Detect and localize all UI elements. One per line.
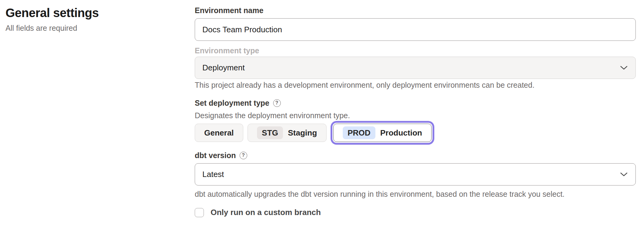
custom-branch-row: Only run on a custom branch [195,208,321,217]
dbt-version-select[interactable]: Latest [195,163,636,185]
staging-button-label: Staging [288,128,317,138]
custom-branch-label: Only run on a custom branch [211,208,321,217]
deployment-type-general-button[interactable]: General [195,124,243,142]
help-icon[interactable]: ? [273,99,281,107]
environment-name-label: Environment name [195,6,263,15]
deployment-type-label: Set deployment type [195,99,270,108]
environment-type-helper: This project already has a development e… [195,80,534,90]
production-button-label: Production [380,128,422,138]
environment-type-label: Environment type [195,46,259,55]
deployment-type-description: Designates the deployment environment ty… [195,111,350,120]
settings-header: General settings All fields are required [5,5,176,33]
production-badge: PROD [343,126,375,139]
environment-name-input[interactable] [195,18,636,41]
page-subtitle: All fields are required [5,24,176,33]
environment-type-value: Deployment [202,63,245,72]
general-button-label: General [204,128,234,138]
staging-badge: STG [257,126,283,139]
deployment-type-staging-button[interactable]: STG Staging [248,124,327,142]
dbt-version-label: dbt version [195,151,236,160]
general-settings-page: General settings All fields are required… [0,0,644,226]
deployment-type-production-button[interactable]: PROD Production [333,124,432,142]
page-title: General settings [5,5,176,20]
deployment-type-label-row: Set deployment type ? [195,99,281,108]
dbt-version-label-row: dbt version ? [195,151,247,160]
chevron-down-icon [620,66,628,70]
dbt-version-helper: dbt automatically upgrades the dbt versi… [195,189,565,199]
environment-type-select: Deployment [195,57,636,79]
deployment-type-options: General STG Staging PROD Production [195,124,434,142]
help-icon[interactable]: ? [240,152,247,159]
settings-form: Environment name Environment type Deploy… [195,0,636,226]
custom-branch-checkbox[interactable] [195,208,204,217]
chevron-down-icon [620,172,628,177]
dbt-version-value: Latest [202,170,224,179]
